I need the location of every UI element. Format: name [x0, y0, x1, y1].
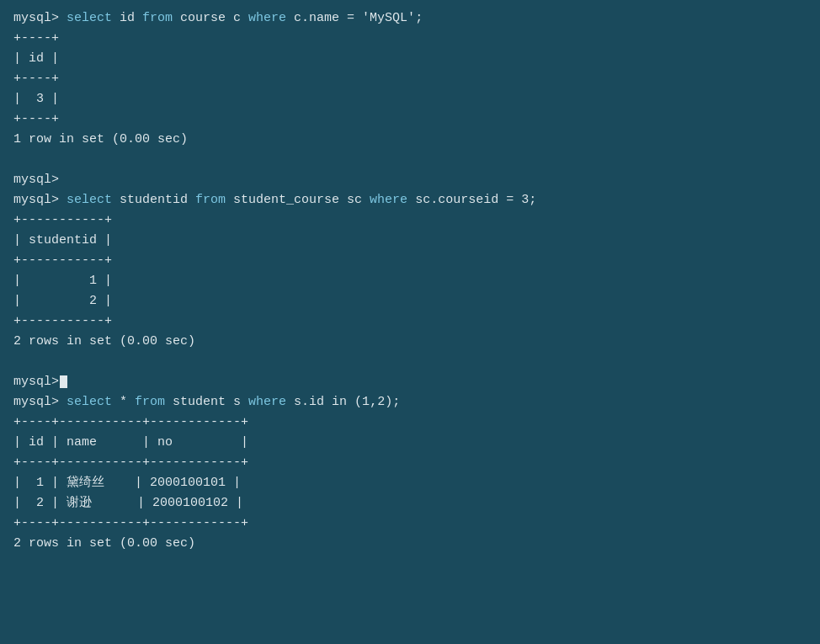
- query2-border-mid: +-----------+: [13, 251, 807, 271]
- query2-row1: | 1 |: [13, 271, 807, 291]
- query3-border-bot: +----+-----------+------------+: [13, 514, 807, 534]
- query2-result: 2 rows in set (0.00 sec): [13, 332, 807, 352]
- blank-line-1: [13, 150, 807, 170]
- query3-result: 2 rows in set (0.00 sec): [13, 534, 807, 554]
- query1-border-top: +----+: [13, 29, 807, 49]
- query3-header: | id | name | no |: [13, 433, 807, 453]
- query2-header: | studentid |: [13, 231, 807, 251]
- query1-command: mysql> select id from course c where c.n…: [13, 8, 807, 29]
- query3-border-top: +----+-----------+------------+: [13, 412, 807, 433]
- prompt-2: mysql>: [13, 170, 807, 190]
- query1-row1: | 3 |: [13, 89, 807, 109]
- query3-row1: | 1 | 黛绮丝 | 2000100101 |: [13, 473, 807, 493]
- query3-command: mysql> select * from student s where s.i…: [13, 392, 807, 412]
- query2-row2: | 2 |: [13, 291, 807, 311]
- prompt-3: mysql>: [13, 372, 807, 392]
- query2-border-top: +-----------+: [13, 210, 807, 231]
- query1-result: 1 row in set (0.00 sec): [13, 130, 807, 150]
- query1-border-bot: +----+: [13, 109, 807, 130]
- blank-line-2: [13, 352, 807, 372]
- query1-header: | id |: [13, 49, 807, 69]
- query2-border-bot: +-----------+: [13, 311, 807, 332]
- terminal-window: mysql> select id from course c where c.n…: [13, 8, 807, 636]
- query3-border-mid: +----+-----------+------------+: [13, 453, 807, 473]
- query3-row2: | 2 | 谢逊 | 2000100102 |: [13, 493, 807, 514]
- query1-border-mid: +----+: [13, 69, 807, 89]
- query2-command: mysql> select studentid from student_cou…: [13, 190, 807, 210]
